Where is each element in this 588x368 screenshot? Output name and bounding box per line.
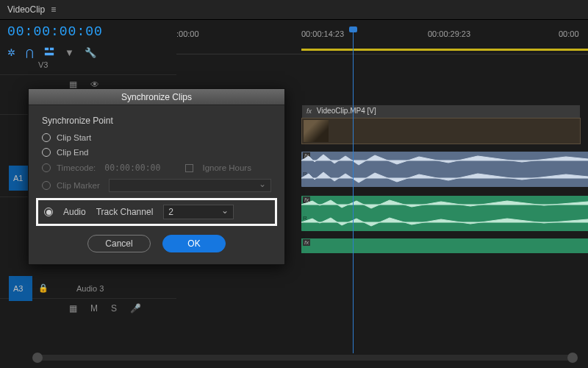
checkbox-label: Ignore Hours — [202, 163, 251, 172]
radio-icon[interactable] — [44, 208, 53, 216]
ruler-tick-label: :00:00 — [176, 29, 199, 38]
fx-badge[interactable]: fx — [306, 107, 312, 115]
radio-icon — [42, 163, 51, 172]
track-target-label[interactable]: A1 — [13, 174, 23, 183]
mic-icon[interactable]: 🎤 — [130, 303, 141, 314]
option-label: Clip End — [57, 148, 88, 157]
timecode-value: 00:00:00:00 — [104, 163, 160, 173]
track-header-v3[interactable]: V3 — [0, 54, 176, 75]
ruler-tick-label: 00:00:29:23 — [428, 29, 470, 38]
option-label: Clip Marker — [57, 181, 100, 190]
dropdown-value: 2 — [168, 207, 173, 217]
work-area-bar[interactable] — [301, 49, 588, 51]
panel-menu-icon[interactable]: ≡ — [51, 4, 56, 15]
waveform-icon — [301, 152, 588, 187]
svg-rect-0 — [45, 48, 49, 51]
radio-icon[interactable] — [42, 148, 51, 157]
cancel-button[interactable]: Cancel — [87, 235, 151, 252]
lock-icon[interactable]: 🔒 — [38, 283, 49, 293]
marker-dropdown — [109, 179, 271, 192]
option-audio-highlight: Audio Track Channel 2 — [36, 198, 277, 226]
track-label: V3 — [38, 60, 48, 69]
dialog-title: Synchronize Clips — [29, 89, 284, 105]
fx-badge[interactable]: fx — [303, 239, 310, 246]
sequence-panel-header: VideoClip ≡ — [0, 0, 588, 20]
clip-thumbnail — [304, 120, 329, 142]
option-clip-marker: Clip Marker — [42, 179, 271, 192]
ruler-tick-label: 00:00:14:23 — [301, 29, 344, 38]
radio-icon[interactable] — [42, 133, 51, 142]
horizontal-zoom-scrollbar[interactable] — [37, 355, 573, 361]
track-channel-label: Track Channel — [96, 207, 154, 217]
clip-title: VideoClip.MP4 [V] — [317, 107, 376, 115]
mute-toggle[interactable]: M — [90, 303, 98, 314]
clip-title-bar: fx VideoClip.MP4 [V] — [302, 105, 580, 118]
synchronize-clips-dialog: Synchronize Clips Synchronize Point Clip… — [28, 88, 285, 265]
track-target-label[interactable]: A3 — [13, 284, 23, 293]
radio-icon — [42, 181, 51, 190]
option-timecode: Timecode: 00:00:00:00 Ignore Hours — [42, 163, 271, 173]
option-clip-end[interactable]: Clip End — [42, 148, 271, 157]
option-label: Clip Start — [57, 133, 91, 142]
option-label: Audio — [63, 207, 86, 217]
timeline-ruler[interactable]: :00:00 00:00:14:23 00:00:29:23 00:00 — [176, 29, 588, 54]
option-label: Timecode: — [57, 163, 96, 172]
track-header-a3[interactable]: 🔒 A3 Audio 3 — [0, 278, 176, 299]
ruler-tick-label: 00:00 — [559, 29, 579, 38]
ok-button[interactable]: OK — [162, 235, 226, 252]
audio-clip-2[interactable]: fx L R — [301, 196, 588, 231]
track-name: Audio 3 — [76, 284, 104, 293]
audio-clip-1[interactable]: fx L R — [301, 152, 588, 187]
current-timecode[interactable]: 00:00:00:00 — [7, 24, 103, 39]
camera-icon[interactable]: ▦ — [69, 303, 77, 314]
audio-toggle-row: ▦ M S 🎤 — [0, 299, 176, 318]
checkbox-icon — [185, 164, 193, 172]
sequence-name: VideoClip — [7, 4, 45, 15]
video-clip[interactable]: fx VideoClip.MP4 [V] — [301, 118, 581, 144]
svg-rect-1 — [50, 48, 54, 51]
waveform-icon — [301, 196, 588, 231]
playhead[interactable] — [353, 29, 354, 353]
dialog-button-row: Cancel OK — [42, 235, 271, 252]
track-channel-dropdown[interactable]: 2 — [163, 205, 234, 219]
zoom-handle-left[interactable] — [32, 353, 43, 363]
solo-toggle[interactable]: S — [111, 303, 117, 314]
section-label: Synchronize Point — [42, 116, 271, 126]
audio-clip-3[interactable]: fx — [301, 238, 588, 253]
option-clip-start[interactable]: Clip Start — [42, 133, 271, 142]
zoom-handle-right[interactable] — [567, 353, 578, 363]
